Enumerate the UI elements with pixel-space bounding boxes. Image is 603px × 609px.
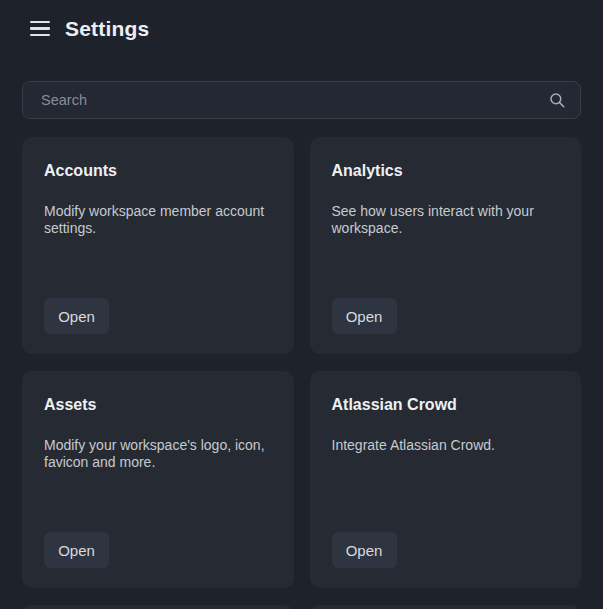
header: Settings xyxy=(0,0,603,43)
search-icon xyxy=(548,91,566,109)
settings-card-grid: Accounts Modify workspace member account… xyxy=(22,137,581,609)
open-button-assets[interactable]: Open xyxy=(44,532,109,568)
partial-card-right xyxy=(310,605,582,609)
card-description: Integrate Atlassian Crowd. xyxy=(332,437,560,454)
card-atlassian-crowd: Atlassian Crowd Integrate Atlassian Crow… xyxy=(310,371,582,588)
card-title: Analytics xyxy=(332,161,560,180)
card-description: Modify workspace member account settings… xyxy=(44,203,272,237)
card-description: See how users interact with your workspa… xyxy=(332,203,560,237)
open-button-atlassian-crowd[interactable]: Open xyxy=(332,532,397,568)
open-button-accounts[interactable]: Open xyxy=(44,298,109,334)
card-accounts: Accounts Modify workspace member account… xyxy=(22,137,294,354)
card-title: Accounts xyxy=(44,161,272,180)
partial-card-left xyxy=(22,605,294,609)
open-button-analytics[interactable]: Open xyxy=(332,298,397,334)
hamburger-menu-icon[interactable] xyxy=(30,21,50,37)
card-description: Modify your workspace's logo, icon, favi… xyxy=(44,437,272,471)
card-analytics: Analytics See how users interact with yo… xyxy=(310,137,582,354)
card-title: Atlassian Crowd xyxy=(332,395,560,414)
card-assets: Assets Modify your workspace's logo, ico… xyxy=(22,371,294,588)
card-title: Assets xyxy=(44,395,272,414)
search-input[interactable] xyxy=(41,92,548,108)
search-bar[interactable] xyxy=(22,81,581,119)
page-title: Settings xyxy=(65,17,149,41)
